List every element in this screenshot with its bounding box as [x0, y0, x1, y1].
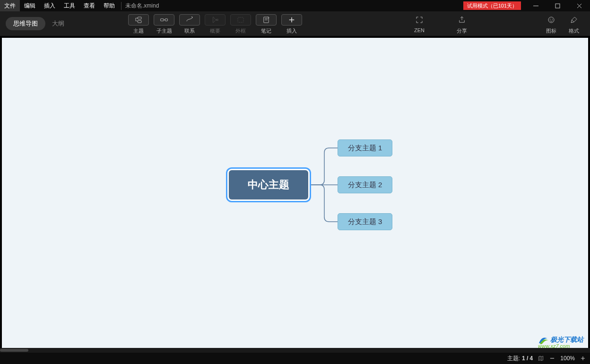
- share-icon: [458, 16, 466, 24]
- svg-point-10: [552, 19, 553, 20]
- toolbar-zen-share-group: ZEN 分享: [407, 11, 475, 36]
- watermark: 极光下载站 www.xz7.com: [538, 335, 583, 349]
- boundary-button: 外框: [228, 13, 253, 35]
- menu-insert[interactable]: 插入: [40, 0, 60, 11]
- svg-point-9: [550, 19, 551, 20]
- status-bar: 主题: 1 / 4 100%: [0, 353, 590, 364]
- menu-view[interactable]: 查看: [79, 0, 99, 11]
- branch-topic-2[interactable]: 分支主题 2: [338, 176, 392, 193]
- window-close-button[interactable]: [568, 0, 590, 11]
- branch-topic-3[interactable]: 分支主题 3: [338, 213, 392, 230]
- summary-icon: [211, 16, 219, 24]
- insert-label: 插入: [286, 27, 297, 35]
- map-overview-icon: [538, 355, 544, 362]
- note-button[interactable]: 笔记: [253, 13, 279, 35]
- icons-panel-button[interactable]: 图标: [541, 13, 562, 35]
- note-label: 笔记: [261, 27, 271, 35]
- toolbar-main-group: 主题 子主题 联系 概要 外框 笔记 插入: [126, 11, 304, 36]
- format-panel-label: 格式: [569, 27, 579, 35]
- branch-topic-1[interactable]: 分支主题 1: [338, 139, 392, 156]
- insert-button[interactable]: 插入: [279, 13, 304, 35]
- branch-topic-3-text: 分支主题 3: [348, 217, 382, 226]
- toolbar-right-group: 图标 格式: [541, 11, 584, 36]
- relation-button[interactable]: 联系: [177, 13, 202, 35]
- relation-label: 联系: [184, 27, 195, 35]
- note-icon: [262, 16, 270, 24]
- canvas-container: 中心主题 分支主题 1 分支主题 2 分支主题 3 极光下载站 www.xz7.…: [0, 36, 590, 353]
- summary-button: 概要: [202, 13, 228, 35]
- icons-panel-label: 图标: [546, 27, 556, 35]
- window-minimize-button[interactable]: [525, 0, 547, 11]
- svg-rect-5: [217, 19, 218, 21]
- status-topic-count: 主题: 1 / 4: [507, 355, 533, 363]
- branch-topic-1-text: 分支主题 1: [348, 144, 382, 153]
- subtopic-label: 子主题: [156, 27, 172, 35]
- relation-icon: [185, 16, 194, 24]
- branch-topic-2-text: 分支主题 2: [348, 181, 382, 190]
- view-outline-tab[interactable]: 大纲: [45, 17, 71, 30]
- svg-rect-1: [138, 17, 142, 19]
- minus-icon: [549, 355, 555, 362]
- plus-icon: [287, 16, 296, 24]
- zen-label: ZEN: [414, 27, 425, 33]
- document-title: 未命名.xmind: [121, 2, 159, 10]
- zoom-level[interactable]: 100%: [560, 355, 575, 362]
- boundary-icon: [236, 16, 245, 24]
- svg-rect-0: [555, 4, 560, 8]
- plus-icon: [580, 355, 586, 362]
- menu-bar: 文件 编辑 插入 工具 查看 帮助 未命名.xmind 试用模式（已101天）: [0, 0, 590, 11]
- mindmap-canvas[interactable]: 中心主题 分支主题 1 分支主题 2 分支主题 3 极光下载站 www.xz7.…: [2, 38, 588, 351]
- status-topic-label: 主题:: [507, 355, 520, 363]
- horizontal-scrollbar[interactable]: [0, 348, 590, 353]
- zoom-out-button[interactable]: [549, 355, 555, 362]
- topic-icon: [134, 16, 143, 24]
- menu-help[interactable]: 帮助: [99, 0, 119, 11]
- svg-rect-3: [161, 19, 164, 21]
- central-topic-text: 中心主题: [248, 178, 289, 192]
- status-topic-value: 1 / 4: [522, 355, 533, 362]
- zen-button[interactable]: ZEN: [407, 13, 432, 33]
- subtopic-icon: [160, 16, 168, 24]
- topic-button[interactable]: 主题: [126, 13, 151, 35]
- toolbar: 思维导图 大纲 主题 子主题 联系 概要 外框 笔记: [0, 11, 590, 36]
- share-label: 分享: [457, 27, 467, 35]
- svg-rect-2: [138, 21, 142, 23]
- topic-label: 主题: [133, 27, 144, 35]
- maximize-icon: [555, 3, 560, 9]
- svg-rect-6: [238, 17, 243, 23]
- zen-icon: [415, 16, 424, 24]
- summary-label: 概要: [210, 27, 220, 35]
- central-topic[interactable]: 中心主题: [229, 170, 308, 199]
- minimize-icon: [533, 3, 538, 9]
- watermark-text: 极光下载站: [550, 336, 583, 343]
- menu-file[interactable]: 文件: [0, 0, 20, 11]
- smiley-icon: [547, 16, 555, 24]
- window-maximize-button[interactable]: [547, 0, 568, 11]
- watermark-swoosh-icon: [538, 335, 548, 345]
- view-switch: 思维导图 大纲: [6, 15, 71, 32]
- paintbrush-icon: [570, 16, 578, 24]
- trial-mode-badge[interactable]: 试用模式（已101天）: [463, 1, 521, 10]
- subtopic-button[interactable]: 子主题: [151, 13, 177, 35]
- boundary-label: 外框: [235, 27, 246, 35]
- status-map-overview-button[interactable]: [538, 355, 544, 362]
- share-button[interactable]: 分享: [449, 13, 475, 35]
- format-panel-button[interactable]: 格式: [564, 13, 584, 35]
- scrollbar-thumb[interactable]: [0, 349, 28, 352]
- menu-edit[interactable]: 编辑: [20, 0, 40, 11]
- zoom-in-button[interactable]: [580, 355, 586, 362]
- svg-rect-4: [165, 19, 167, 21]
- close-icon: [577, 3, 582, 9]
- view-mindmap-tab[interactable]: 思维导图: [6, 17, 45, 30]
- svg-point-8: [548, 17, 554, 23]
- menu-tools[interactable]: 工具: [60, 0, 79, 11]
